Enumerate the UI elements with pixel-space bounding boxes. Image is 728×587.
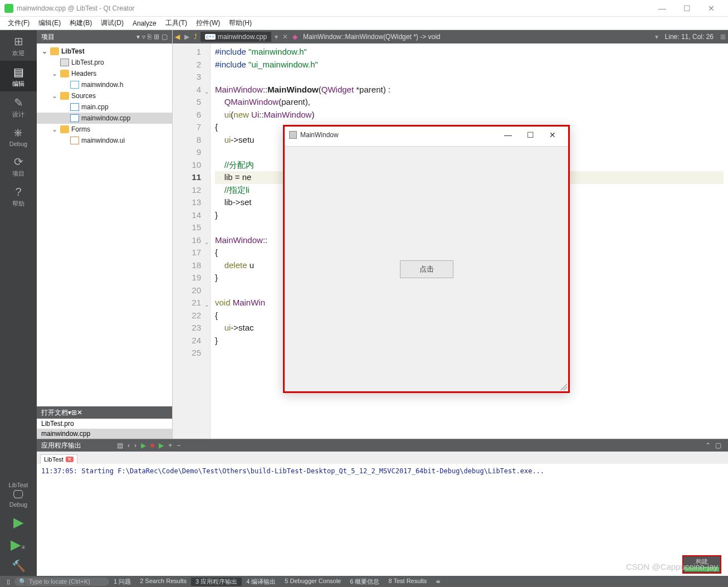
filter-icon[interactable]: ▿ xyxy=(142,33,145,41)
symbol-crumb[interactable]: MainWindow::MainWindow(QWidget *) -> voi… xyxy=(300,33,443,41)
stop-icon[interactable]: ■ xyxy=(150,442,154,449)
toggle-sidebar-icon[interactable]: ▯ xyxy=(2,578,14,585)
editor-toolbar: ◀ ▶ ⤴ c++ mainwindow.cpp ▾ ✕ ◆ MainWindo… xyxy=(173,30,728,43)
minimize-button[interactable]: — xyxy=(650,4,675,13)
running-app-window[interactable]: MainWindow — ☐ ✕ 点击 xyxy=(283,125,570,393)
rerun-icon[interactable]: ▶ xyxy=(159,442,164,449)
filter-icon[interactable]: ▤ xyxy=(117,442,123,449)
mode-帮助[interactable]: ?帮助 xyxy=(0,181,37,211)
tree-item-Sources[interactable]: ⌄Sources xyxy=(37,90,172,101)
maximize-button[interactable]: ☐ xyxy=(675,4,699,13)
project-tree[interactable]: ⌄LibTestLibTest.pro⌄Headersmainwindow.h⌄… xyxy=(37,43,172,406)
run-debug-icon[interactable]: ▶⛯ xyxy=(0,533,37,556)
resize-grip-icon[interactable] xyxy=(560,384,567,390)
split-icon[interactable]: ⊞ xyxy=(154,33,159,41)
nav-up-icon[interactable]: ⤴ xyxy=(192,33,199,41)
close-tab-icon[interactable]: ✕ xyxy=(66,457,74,462)
add-icon[interactable]: + xyxy=(168,442,172,449)
dropdown-icon[interactable]: ▾ xyxy=(136,33,140,41)
mode-Debug[interactable]: ⛯Debug xyxy=(0,122,37,151)
status-tab-6[interactable]: 8 Test Results xyxy=(384,578,431,586)
dropdown-icon[interactable]: ▾ xyxy=(272,33,280,41)
status-tab-2[interactable]: 3 应用程序输出 xyxy=(191,578,242,586)
run-icon[interactable]: ▶ xyxy=(141,442,146,449)
status-tab-1[interactable]: 2 Search Results xyxy=(135,578,191,586)
remove-icon[interactable]: − xyxy=(177,442,180,449)
kit-selector[interactable]: LibTest🖵Debug xyxy=(0,478,37,511)
menu-analyze[interactable]: Analyze xyxy=(128,18,161,28)
mode-项目[interactable]: ⟳项目 xyxy=(0,151,37,181)
title-bar: mainwindow.cpp @ LibTest - Qt Creator — … xyxy=(0,0,728,17)
qt-creator-icon xyxy=(4,4,13,13)
click-button[interactable]: 点击 xyxy=(400,260,453,278)
open-doc-mainwindow.cpp[interactable]: mainwindow.cpp xyxy=(37,429,172,439)
split-icon[interactable]: ⊞ xyxy=(71,409,77,416)
output-header: 应用程序输出 ▤ ‹ › ▶ ■ ▶ + − ⌃ ▢ xyxy=(37,439,728,452)
project-header: 项目 ▾ ▿ ⎘ ⊞ ▢ xyxy=(37,30,172,43)
output-text[interactable]: 11:37:05: Starting F:\DataRec\Code\Demo\… xyxy=(37,464,728,576)
run-icon[interactable]: ▶ xyxy=(0,511,37,533)
project-sidebar: 项目 ▾ ▿ ⎘ ⊞ ▢ ⌄LibTestLibTest.pro⌄Headers… xyxy=(37,30,173,439)
editor-file-name: mainwindow.cpp xyxy=(218,33,267,41)
cursor-position: Line: 11, Col: 26 xyxy=(661,33,718,41)
expand-icon[interactable]: ⌃ xyxy=(705,442,711,449)
mode-设计[interactable]: ✎设计 xyxy=(0,91,37,122)
output-pane: 应用程序输出 ▤ ‹ › ▶ ■ ▶ + − ⌃ ▢ LibTest ✕ xyxy=(37,439,728,576)
menu-f[interactable]: 文件(F) xyxy=(3,17,34,29)
menu-w[interactable]: 控件(W) xyxy=(192,17,224,29)
output-title: 应用程序输出 xyxy=(41,441,81,450)
popup-icon[interactable]: ▢ xyxy=(715,442,721,449)
open-doc-LibTest.pro[interactable]: LibTest.pro xyxy=(37,419,172,429)
open-docs-list[interactable]: LibTest.promainwindow.cpp xyxy=(37,419,172,439)
status-tab-0[interactable]: 1 问题 xyxy=(109,578,135,586)
close-panel-icon[interactable]: ▢ xyxy=(162,33,168,41)
editor-file-chip[interactable]: c++ mainwindow.cpp xyxy=(201,32,271,42)
status-bar: ▯ 🔍 Type to locate (Ctrl+K) 1 问题2 Search… xyxy=(0,576,728,587)
close-panel-icon[interactable]: ✕ xyxy=(77,409,82,416)
tree-item-Headers[interactable]: ⌄Headers xyxy=(37,68,172,79)
dropdown-icon[interactable]: ▾ xyxy=(653,33,661,41)
status-tab-4[interactable]: 5 Debugger Console xyxy=(280,578,345,586)
status-tab-3[interactable]: 4 编译输出 xyxy=(242,578,280,586)
app-close-button[interactable]: ✕ xyxy=(541,130,564,139)
app-minimize-button[interactable]: — xyxy=(497,130,519,139)
close-button[interactable]: ✕ xyxy=(699,4,724,13)
close-file-icon[interactable]: ✕ xyxy=(280,33,290,41)
app-maximize-button[interactable]: ☐ xyxy=(519,130,541,139)
menu-e[interactable]: 编辑(E) xyxy=(34,17,65,29)
build-progress-badge[interactable]: 构建 xyxy=(682,555,721,574)
status-tab-5[interactable]: 6 概要信息 xyxy=(345,578,384,586)
menu-h[interactable]: 帮助(H) xyxy=(224,17,256,29)
menu-d[interactable]: 调试(D) xyxy=(96,17,128,29)
menu-t[interactable]: 工具(T) xyxy=(161,17,192,29)
tree-item-mainwindow.cpp[interactable]: mainwindow.cpp xyxy=(37,113,172,124)
tree-item-LibTest.pro[interactable]: LibTest.pro xyxy=(37,57,172,68)
tree-item-mainwindow.h[interactable]: mainwindow.h xyxy=(37,79,172,90)
cpp-badge-icon: c++ xyxy=(205,34,216,40)
window-title: mainwindow.cpp @ LibTest - Qt Creator xyxy=(17,4,135,12)
nav-back-icon[interactable]: ◀ xyxy=(173,33,182,41)
mode-欢迎[interactable]: ⊞欢迎 xyxy=(0,30,37,61)
build-progress-bar xyxy=(685,567,719,571)
tree-item-LibTest[interactable]: ⌄LibTest xyxy=(37,46,172,57)
app-titlebar[interactable]: MainWindow — ☐ ✕ xyxy=(285,127,568,143)
mode-编辑[interactable]: ▤编辑 xyxy=(0,61,37,91)
line-gutter[interactable]: 1234⌄5678910111213141516⌄1718192021⌄2223… xyxy=(173,43,211,439)
prev-icon[interactable]: ‹ xyxy=(128,442,130,449)
pin-icon[interactable]: ◆ xyxy=(292,33,297,41)
tree-item-Forms[interactable]: ⌄Forms xyxy=(37,124,172,135)
menu-bar: 文件(F)编辑(E)构建(B)调试(D)Analyze工具(T)控件(W)帮助(… xyxy=(0,17,728,30)
hammer-icon[interactable]: 🔨 xyxy=(0,556,37,576)
locator-input[interactable]: 🔍 Type to locate (Ctrl+K) xyxy=(14,578,109,586)
locator-placeholder: Type to locate (Ctrl+K) xyxy=(29,578,90,585)
output-tab-libtest[interactable]: LibTest ✕ xyxy=(40,454,77,464)
menu-b[interactable]: 构建(B) xyxy=(65,17,96,29)
split-editor-icon[interactable]: ⊞ xyxy=(718,33,728,41)
status-menu-icon[interactable]: ≑ xyxy=(431,578,445,585)
build-label: 构建 xyxy=(685,557,719,566)
nav-fwd-icon[interactable]: ▶ xyxy=(182,33,192,41)
link-icon[interactable]: ⎘ xyxy=(148,33,152,41)
tree-item-main.cpp[interactable]: main.cpp xyxy=(37,101,172,113)
next-icon[interactable]: › xyxy=(134,442,136,449)
tree-item-mainwindow.ui[interactable]: mainwindow.ui xyxy=(37,135,172,146)
